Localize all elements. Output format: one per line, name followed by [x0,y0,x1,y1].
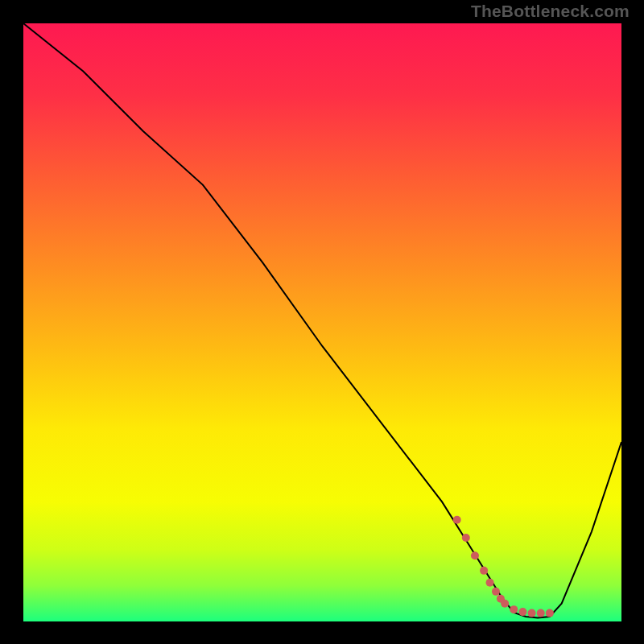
marker-dot [528,609,536,617]
chart-area [23,23,621,621]
marker-dot [518,608,526,616]
marker-dot [471,551,479,559]
chart-svg [23,23,621,621]
chart-background [23,23,621,621]
marker-dot [453,516,461,524]
marker-dot [501,600,509,608]
marker-dot [492,588,500,596]
marker-dot [480,567,488,575]
marker-dot [546,609,554,617]
watermark-text: TheBottleneck.com [471,2,630,21]
marker-dot [462,534,470,542]
marker-dot [510,605,518,613]
marker-dot [486,579,494,587]
marker-dot [537,609,545,617]
